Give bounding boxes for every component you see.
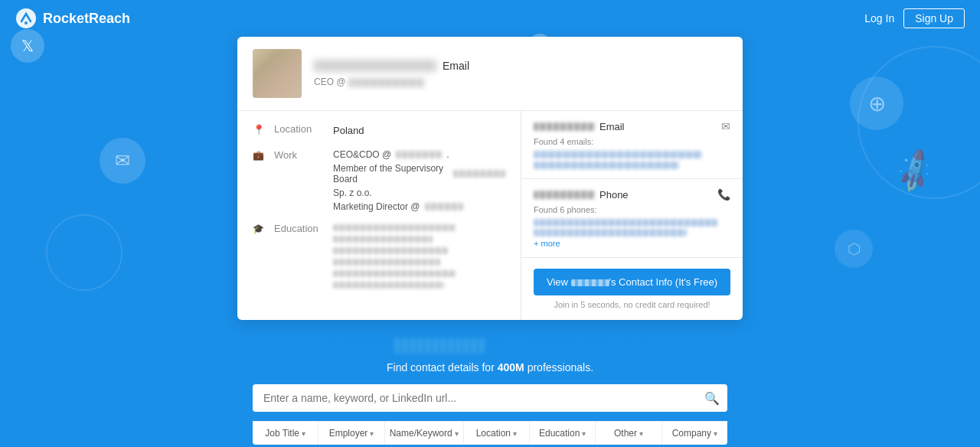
work-dot: . [446,149,449,160]
work-row: 💼 Work CEO&CDO @ . Member of the Supervi… [253,149,505,212]
avatar [253,49,302,98]
location-pin-icon: 📍 [253,124,265,139]
navbar: RocketReach Log In Sign Up [0,0,980,37]
brand-logo-icon [15,8,37,29]
profile-subtitle: CEO @ [314,77,727,87]
phone-header-left: Phone [534,189,629,201]
profile-header: Email CEO @ [237,37,743,111]
email-found-text: Found 4 emails: [534,137,730,146]
bottom-search-section: Not the you were looking for? Find conta… [0,320,980,445]
work-line1-text: CEO&CDO @ [333,149,391,160]
subtitle-pre: Find contact details for [387,361,495,374]
phone-more-text: + more [534,239,730,248]
work-company-blur-2 [453,170,505,178]
phone-blur-lines [534,219,730,237]
location-value: Poland [333,123,364,139]
job-title-filter-tab[interactable]: Job Title ▾ [253,422,318,445]
other-chevron-icon: ▾ [639,429,643,438]
login-link[interactable]: Log In [864,12,894,24]
profile-name-row: Email [314,60,727,72]
phone-contact-name-blur [534,191,595,199]
search-container: 🔍 [253,384,727,412]
search-submit-button[interactable]: 🔍 [704,391,720,406]
profile-name-blur [314,60,436,72]
not-found-pre: Not the [329,335,384,354]
location-filter-label: Location [476,428,511,439]
email-section-header: Email ✉ [534,120,730,132]
company-chevron-icon: ▾ [714,429,717,438]
edu-blur-3 [333,247,448,254]
location-filter-tab[interactable]: Location ▾ [464,422,530,445]
employer-filter-tab[interactable]: Employer ▾ [318,422,384,445]
brand-name-text: RocketReach [43,11,130,27]
location-label: Location [274,123,324,139]
not-found-subtitle: Find contact details for 400M profession… [15,361,965,374]
email-blur-2 [534,162,679,169]
work-lines: CEO&CDO @ . Member of the Supervisory Bo… [333,149,505,212]
phone-blur-1 [534,219,717,227]
education-chevron-icon: ▾ [582,429,586,438]
work-line2-text: Member of the Supervisory Board [333,163,449,184]
work-line-2: Member of the Supervisory Board [333,163,505,184]
work-line-3: Sp. z o.o. [333,188,505,198]
name-keyword-chevron-icon: ▾ [455,429,459,438]
work-label: Work [274,149,324,212]
work-line4-text: Marketing Director @ [333,201,420,212]
location-chevron-icon: ▾ [513,429,517,438]
work-company-blur-1 [396,151,442,158]
subtitle-post: professionals. [528,361,593,374]
edu-lines [333,224,456,291]
email-contact-name-blur [534,122,595,131]
profile-card: Email CEO @ 📍 Location Poland [237,37,743,320]
other-filter-tab[interactable]: Other ▾ [596,422,662,445]
edu-blur-1 [333,224,456,231]
view-contact-button[interactable]: View 's Contact Info (It's Free) [534,269,730,295]
work-company-blur-3 [425,203,463,210]
work-icon: 💼 [253,150,265,212]
email-type-label: Email [599,121,625,132]
cta-name-blur [571,279,609,286]
work-line-4: Marketing Director @ [333,201,505,212]
education-icon: 🎓 [253,224,265,291]
not-found-post: you were looking for? [491,335,651,354]
employer-filter-label: Employer [329,428,368,439]
edu-blur-5 [333,270,456,277]
avatar-image-blur [253,49,302,98]
main-content: Email CEO @ 📍 Location Poland [0,37,980,320]
job-title-chevron-icon: ▾ [302,429,305,438]
education-label: Education [274,223,324,291]
search-input[interactable] [253,384,727,412]
profile-body: 📍 Location Poland 💼 Work CEO&CDO @ . [237,111,743,320]
phone-found-text: Found 6 phones: [534,205,730,214]
edu-blur-4 [333,259,440,266]
profile-right-panel: Email ✉ Found 4 emails: P [521,111,743,320]
phone-section-header: Phone 📞 [534,188,730,201]
company-filter-tab[interactable]: Company ▾ [662,422,727,445]
education-filter-tab[interactable]: Education ▾ [530,422,596,445]
phone-icon: 📞 [717,188,730,201]
not-found-title: Not the you were looking for? [15,335,965,355]
contact-cta-section: View 's Contact Info (It's Free) Join in… [521,258,743,320]
other-filter-label: Other [614,428,637,439]
work-line3-text: Sp. z o.o. [333,188,372,198]
location-row: 📍 Location Poland [253,123,505,139]
cta-note-text: Join in 5 seconds, no credit card requir… [554,300,710,309]
company-filter-label: Company [672,428,711,439]
nav-actions: Log In Sign Up [864,8,965,28]
name-keyword-filter-label: Name/Keyword [390,428,452,439]
phone-contact-section: Phone 📞 Found 6 phones: + more [521,179,743,258]
email-blur-lines [534,151,730,169]
employer-chevron-icon: ▾ [370,429,374,438]
name-keyword-filter-tab[interactable]: Name/Keyword ▾ [385,422,464,445]
edu-blur-6 [333,282,444,289]
email-header-left: Email [534,121,625,132]
edu-blur-2 [333,236,433,243]
email-envelope-icon: ✉ [721,120,730,132]
email-contact-section: Email ✉ Found 4 emails: [521,111,743,179]
phone-type-label: Phone [599,189,629,201]
profile-left-panel: 📍 Location Poland 💼 Work CEO&CDO @ . [237,111,521,320]
profile-email-label: Email [443,60,469,72]
subtitle-bold: 400M [498,361,524,374]
phone-blur-2 [534,229,687,237]
signup-button[interactable]: Sign Up [903,8,965,28]
